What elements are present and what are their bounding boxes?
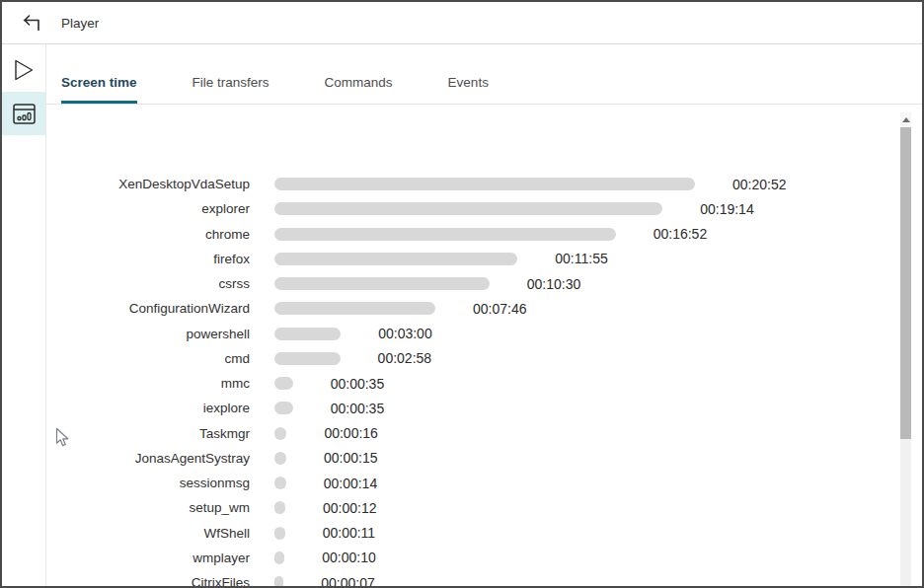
screen-time-row: setup_wm 00:00:12 xyxy=(46,495,900,520)
app-name-label: ConfigurationWizard xyxy=(46,301,250,316)
duration-bar xyxy=(274,328,341,340)
app-name-label: firefox xyxy=(46,252,250,266)
app-name-label: mmc xyxy=(46,376,250,391)
play-icon xyxy=(13,58,36,82)
screen-time-row: iexplore 00:00:35 xyxy=(46,396,900,420)
duration-value: 00:00:10 xyxy=(322,550,376,565)
duration-bar xyxy=(274,302,435,315)
scroll-up-arrow-icon xyxy=(902,117,910,122)
screen-time-row: mmc 00:00:35 xyxy=(46,371,900,396)
duration-value: 00:16:52 xyxy=(654,226,708,242)
duration-bar xyxy=(274,178,695,190)
app-name-label: explorer xyxy=(46,201,250,216)
screen-time-row: firefox 00:11:55 xyxy=(46,247,900,271)
screen-time-row: powershell 00:03:00 xyxy=(46,322,900,346)
duration-value: 00:10:30 xyxy=(527,276,581,292)
tab-screen-time[interactable]: Screen time xyxy=(61,75,137,104)
screen-time-row: wmplayer 00:00:10 xyxy=(46,546,900,570)
screen-time-row: sessionmsg 00:00:14 xyxy=(46,471,900,495)
sidebar-item-player[interactable] xyxy=(2,48,45,92)
duration-value: 00:02:58 xyxy=(378,350,432,366)
screen-time-row: Taskmgr 00:00:16 xyxy=(46,421,900,446)
duration-bar xyxy=(274,352,341,365)
page-title: Player xyxy=(61,16,99,31)
duration-value: 00:00:35 xyxy=(331,401,385,416)
app-name-label: Taskmgr xyxy=(46,426,250,441)
back-button[interactable] xyxy=(17,13,43,34)
app-name-label: iexplore xyxy=(46,401,250,415)
app-name-label: XenDesktopVdaSetup xyxy=(46,177,250,191)
screen-time-row: csrss 00:10:30 xyxy=(46,271,900,296)
screen-time-row: ConfigurationWizard 00:07:46 xyxy=(46,296,900,321)
tab-commands[interactable]: Commands xyxy=(325,75,393,104)
scrollbar-track[interactable] xyxy=(900,439,911,586)
sidebar xyxy=(2,44,46,586)
duration-bar xyxy=(274,202,662,215)
app-name-label: cmd xyxy=(46,351,250,366)
screen-time-chart: XenDesktopVdaSetup 00:20:52 explorer 00:… xyxy=(46,105,900,586)
duration-value: 00:00:11 xyxy=(323,525,375,541)
scroll-up-button[interactable] xyxy=(900,112,911,127)
duration-value: 00:03:00 xyxy=(378,326,432,341)
duration-value: 00:00:07 xyxy=(321,575,375,586)
duration-bar xyxy=(274,402,293,414)
duration-bar xyxy=(274,277,490,290)
duration-bar xyxy=(274,477,286,489)
app-name-label: chrome xyxy=(46,227,250,242)
tab-file-transfers[interactable]: File transfers xyxy=(192,75,270,104)
duration-value: 00:00:14 xyxy=(324,476,378,491)
duration-value: 00:00:12 xyxy=(323,500,377,516)
app-name-label: setup_wm xyxy=(46,500,250,515)
duration-value: 00:07:46 xyxy=(473,301,527,317)
tab-bar: Screen timeFile transfersCommandsEvents xyxy=(46,44,922,105)
app-name-label: csrss xyxy=(46,276,250,291)
app-name-label: sessionmsg xyxy=(46,476,250,490)
tab-events[interactable]: Events xyxy=(448,75,489,104)
screen-time-row: explorer 00:19:14 xyxy=(46,196,900,221)
duration-bar xyxy=(274,576,283,586)
app-name-label: WfShell xyxy=(46,526,250,541)
main-content: Screen timeFile transfersCommandsEvents … xyxy=(46,44,922,586)
duration-value: 00:00:16 xyxy=(324,425,378,441)
duration-bar xyxy=(274,377,293,390)
duration-bar xyxy=(274,551,284,564)
duration-value: 00:20:52 xyxy=(732,177,787,192)
sidebar-item-statistics[interactable] xyxy=(2,92,45,135)
duration-value: 00:00:15 xyxy=(324,450,378,466)
duration-value: 00:00:35 xyxy=(331,376,385,392)
app-name-label: JonasAgentSystray xyxy=(46,451,250,466)
duration-bar xyxy=(274,501,285,514)
top-bar: Player xyxy=(2,2,922,44)
screen-time-row: cmd 00:02:58 xyxy=(46,346,900,371)
duration-bar xyxy=(274,253,517,265)
duration-bar xyxy=(274,527,285,540)
duration-bar xyxy=(274,228,616,241)
duration-bar xyxy=(274,427,286,440)
bar-chart-icon xyxy=(12,103,37,125)
app-name-label: powershell xyxy=(46,327,250,341)
back-arrow-icon xyxy=(19,15,41,32)
screen-time-row: CitrixFiles 00:00:07 xyxy=(46,570,900,586)
player-window: Player xyxy=(0,0,924,588)
duration-value: 00:19:14 xyxy=(700,201,754,217)
screen-time-row: WfShell 00:00:11 xyxy=(46,521,900,546)
duration-value: 00:11:55 xyxy=(555,251,607,266)
scrollbar-thumb[interactable] xyxy=(900,127,911,439)
app-name-label: CitrixFiles xyxy=(46,575,250,586)
screen-time-row: XenDesktopVdaSetup 00:20:52 xyxy=(46,172,900,196)
duration-bar xyxy=(274,452,286,465)
vertical-scrollbar[interactable] xyxy=(900,105,911,586)
screen-time-row: JonasAgentSystray 00:00:15 xyxy=(46,446,900,471)
app-name-label: wmplayer xyxy=(46,551,250,565)
screen-time-row: chrome 00:16:52 xyxy=(46,222,900,247)
